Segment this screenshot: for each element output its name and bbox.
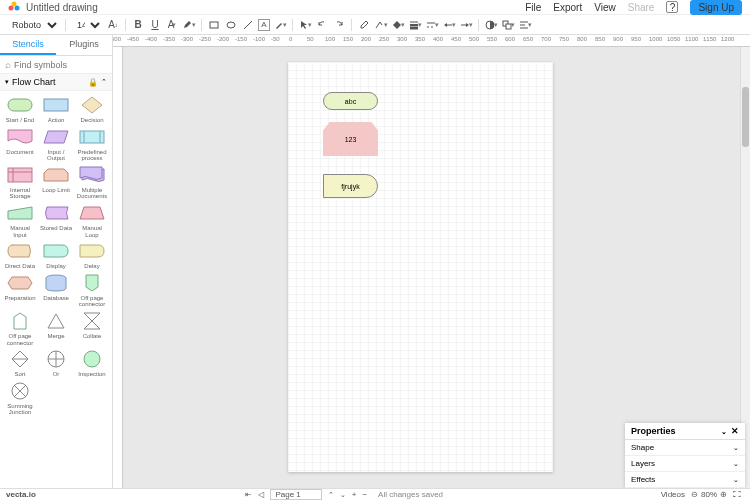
menu-share: Share [628, 2, 655, 13]
signup-button[interactable]: Sign Up [690, 0, 742, 15]
rect-tool[interactable] [207, 18, 221, 32]
opacity-button[interactable]: ▾ [484, 18, 498, 32]
stencil-shape[interactable]: Database [39, 272, 73, 308]
redo-button[interactable] [332, 18, 346, 32]
svg-rect-3 [210, 22, 218, 28]
stencil-shape[interactable]: Internal Storage [3, 164, 37, 200]
close-icon[interactable]: ✕ [731, 426, 739, 436]
align-button[interactable]: ▾ [518, 18, 532, 32]
property-row[interactable]: Shape⌄ [625, 440, 745, 456]
stencil-shape[interactable]: Merge [39, 310, 73, 346]
ruler-vertical [113, 47, 123, 488]
eyedropper-tool[interactable] [357, 18, 371, 32]
textcolor-button[interactable]: A▾ [165, 18, 179, 32]
drawing-page[interactable]: abc123fjrujyk [288, 62, 553, 472]
save-status: All changes saved [378, 490, 443, 499]
font-select[interactable]: Roboto [6, 19, 60, 31]
stencil-shape[interactable]: Display [39, 240, 73, 270]
stencil-shape[interactable]: Off page connector [75, 272, 109, 308]
footer: vecta.io ⇤ ◁ Page 1 ⌃ ⌄ + − All changes … [0, 488, 750, 500]
zoom-level[interactable]: 80% [701, 490, 717, 499]
stencil-shape[interactable]: Summing Junction [3, 380, 37, 416]
stencil-shape[interactable]: Collate [75, 310, 109, 346]
page-prev-button[interactable]: ◁ [258, 490, 264, 499]
scrollbar-thumb[interactable] [742, 87, 749, 147]
fullscreen-button[interactable]: ⛶ [733, 490, 741, 499]
pen-tool[interactable]: ▾ [273, 18, 287, 32]
stencil-shape[interactable]: Direct Data [3, 240, 37, 270]
doc-title[interactable]: Untitled drawing [26, 2, 525, 13]
menu-view[interactable]: View [594, 2, 616, 13]
collapse-icon[interactable]: ⌄ [721, 428, 727, 435]
stencil-shape[interactable]: Inspection [75, 348, 109, 378]
canvas-shape[interactable]: abc [323, 92, 378, 110]
canvas-shape[interactable]: 123 [323, 122, 378, 156]
stencil-shape[interactable]: Multiple Documents [75, 164, 109, 200]
stencil-shape[interactable]: Preparation [3, 272, 37, 308]
zoom-out-button[interactable]: ⊖ [691, 490, 698, 499]
stencil-shape[interactable]: Predefined process [75, 126, 109, 162]
search-input[interactable] [14, 60, 113, 70]
svg-point-1 [15, 6, 20, 11]
tab-stencils[interactable]: Stencils [0, 35, 56, 55]
stencil-shape[interactable]: Or [39, 348, 73, 378]
arrow-end-button[interactable]: ▾ [459, 18, 473, 32]
stencil-shape[interactable]: Input / Output [39, 126, 73, 162]
brand-label[interactable]: vecta.io [6, 490, 36, 499]
property-row[interactable]: Effects⌄ [625, 472, 745, 488]
page-select[interactable]: Page 1 [270, 489, 321, 500]
canvas[interactable]: abc123fjrujyk [123, 47, 750, 488]
stencil-shape[interactable]: Sort [3, 348, 37, 378]
linestyle-button[interactable]: ▾ [425, 18, 439, 32]
stencil-shape[interactable]: Manual Input [3, 202, 37, 238]
tab-plugins[interactable]: Plugins [56, 35, 112, 55]
fontsize-select[interactable]: 14px [71, 19, 103, 31]
underline-button[interactable]: U [148, 18, 162, 32]
menu-file[interactable]: File [525, 2, 541, 13]
properties-panel: Properties ⌄✕ Shape⌄Layers⌄Effects⌄ [625, 423, 745, 488]
property-row[interactable]: Layers⌄ [625, 456, 745, 472]
stencil-shape[interactable]: Off page connector [3, 310, 37, 346]
help-icon[interactable]: ? [666, 1, 678, 13]
page-remove-button[interactable]: − [362, 490, 367, 499]
stencil-shape[interactable]: Manual Loop [75, 202, 109, 238]
textcase-button[interactable]: A↕ [106, 18, 120, 32]
bold-button[interactable]: B [131, 18, 145, 32]
stencil-shape[interactable]: Stored Data [39, 202, 73, 238]
pointer-tool[interactable]: ▾ [298, 18, 312, 32]
fillcolor-button[interactable]: ▾ [391, 18, 405, 32]
ellipse-tool[interactable] [224, 18, 238, 32]
arrow-start-button[interactable]: ▾ [442, 18, 456, 32]
stencil-shape[interactable]: Start / End [3, 94, 37, 124]
sidebar: Stencils Plugins ⌕ ▾ Flow Chart 🔒 ⌃ Star… [0, 35, 113, 488]
page-up-button[interactable]: ⌃ [328, 491, 334, 499]
highlight-button[interactable]: ▾ [182, 18, 196, 32]
stencil-shape[interactable]: Loop Limit [39, 164, 73, 200]
arrange-button[interactable]: ▾ [501, 18, 515, 32]
app-logo [8, 1, 20, 13]
lineweight-button[interactable]: ▾ [408, 18, 422, 32]
page-first-button[interactable]: ⇤ [245, 490, 252, 499]
videos-button[interactable]: Videos [661, 490, 685, 499]
svg-point-33 [84, 351, 100, 367]
category-header[interactable]: ▾ Flow Chart 🔒 ⌃ [0, 74, 112, 91]
chevron-up-icon[interactable]: ⌃ [101, 78, 107, 86]
stencil-shape[interactable]: Decision [75, 94, 109, 124]
page-add-button[interactable]: + [352, 490, 357, 499]
linecolor-button[interactable]: ▾ [374, 18, 388, 32]
menu-export[interactable]: Export [553, 2, 582, 13]
undo-button[interactable] [315, 18, 329, 32]
svg-rect-20 [44, 99, 68, 111]
canvas-shape[interactable]: fjrujyk [323, 174, 378, 198]
stencil-shape[interactable]: Action [39, 94, 73, 124]
svg-rect-19 [8, 99, 32, 111]
text-tool[interactable]: A [258, 19, 270, 31]
scrollbar-vertical[interactable] [740, 47, 750, 488]
svg-point-0 [9, 6, 14, 11]
stencil-shape[interactable]: Document [3, 126, 37, 162]
line-tool[interactable] [241, 18, 255, 32]
page-down-button[interactable]: ⌄ [340, 491, 346, 499]
zoom-in-button[interactable]: ⊕ [720, 490, 727, 499]
lock-icon: 🔒 [88, 78, 98, 87]
stencil-shape[interactable]: Delay [75, 240, 109, 270]
